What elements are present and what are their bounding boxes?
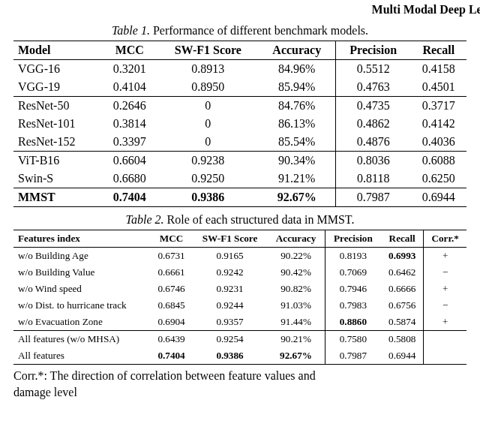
cell: 0.3717: [411, 97, 466, 116]
cell: 91.21%: [259, 170, 336, 188]
cell: 0.6666: [381, 281, 424, 297]
cell: 0.6993: [381, 248, 424, 265]
t1-h-rec: Recall: [411, 41, 466, 60]
cell: w/o Building Value: [14, 264, 150, 281]
table-row: ViT-B16 0.6604 0.9238 90.34% 0.8036 0.60…: [14, 152, 466, 170]
cell: 0.9242: [193, 264, 268, 281]
cell: 92.67%: [259, 188, 336, 207]
cell: 90.34%: [259, 152, 336, 170]
cell: Swin-S: [14, 170, 102, 188]
cell: MMST: [14, 188, 102, 207]
cell: 0.4862: [335, 115, 410, 133]
footnote-line2: damage level: [14, 386, 77, 398]
t1-h-acc: Accuracy: [259, 41, 336, 60]
t1-h-model: Model: [14, 41, 102, 60]
cell: ResNet-152: [14, 133, 102, 152]
table-row: ResNet-101 0.3814 0 86.13% 0.4862 0.4142: [14, 115, 466, 133]
cell: 0.7983: [325, 297, 381, 314]
cell: 0.2646: [102, 97, 158, 116]
cell: w/o Building Age: [14, 248, 150, 265]
t1-h-prec: Precision: [335, 41, 410, 60]
table1-caption: Table 1. Performance of different benchm…: [14, 24, 466, 38]
cell: 0.4763: [335, 78, 410, 97]
running-head: Multi Modal Deep Learning Approach for T…: [261, 3, 480, 17]
table2-final-row: All features 0.7404 0.9386 92.67% 0.7987…: [14, 347, 466, 365]
cell: ViT-B16: [14, 152, 102, 170]
cell: 0: [158, 97, 259, 116]
t2-h-prec: Precision: [325, 230, 381, 248]
cell: 0.6944: [411, 188, 466, 207]
cell: 0.5874: [381, 314, 424, 331]
t1-h-mcc: MCC: [102, 41, 158, 60]
table1-caption-text: Performance of different benchmark model…: [153, 24, 368, 37]
table-row: w/o Wind speed 0.6746 0.9231 90.82% 0.79…: [14, 281, 466, 297]
cell: 0.6746: [150, 281, 192, 297]
cell: 0.6845: [150, 297, 192, 314]
cell: 0.3397: [102, 133, 158, 152]
table-row: w/o Evacuation Zone 0.6904 0.9357 91.44%…: [14, 314, 466, 331]
cell: 90.42%: [267, 264, 325, 281]
table-row: ResNet-152 0.3397 0 85.54% 0.4876 0.4036: [14, 133, 466, 152]
cell: 0.7580: [325, 331, 381, 348]
cell: ResNet-101: [14, 115, 102, 133]
cell: 0.9254: [193, 331, 268, 348]
table2: Features index MCC SW-F1 Score Accuracy …: [14, 230, 466, 365]
cell: 84.96%: [259, 60, 336, 79]
cell: 0.6731: [150, 248, 192, 265]
table1-caption-label: Table 1.: [112, 24, 150, 37]
cell: 0.8950: [158, 78, 259, 97]
cell: All features: [14, 347, 150, 365]
cell: 91.03%: [267, 297, 325, 314]
cell: 0.3201: [102, 60, 158, 79]
t2-h-mcc: MCC: [150, 230, 192, 248]
cell: −: [424, 297, 466, 314]
cell: All features (w/o MHSA): [14, 331, 150, 348]
cell: 0.6904: [150, 314, 192, 331]
cell: 0.7404: [102, 188, 158, 207]
cell: [424, 331, 466, 348]
cell: 0.9165: [193, 248, 268, 265]
cell: 0.7987: [335, 188, 410, 207]
cell: 0.9231: [193, 281, 268, 297]
cell: 0.7946: [325, 281, 381, 297]
cell: +: [424, 281, 466, 297]
cell: 0.4104: [102, 78, 158, 97]
table-row: ResNet-50 0.2646 0 84.76% 0.4735 0.3717: [14, 97, 466, 116]
cell: 0.9238: [158, 152, 259, 170]
cell: 0.4158: [411, 60, 466, 79]
cell: 0.6088: [411, 152, 466, 170]
cell: 0.8036: [335, 152, 410, 170]
cell: 0.9357: [193, 314, 268, 331]
cell: −: [424, 264, 466, 281]
cell: 91.44%: [267, 314, 325, 331]
table2-footnote: Corr.*: The direction of correlation bet…: [14, 368, 466, 400]
cell: 0.9244: [193, 297, 268, 314]
t2-h-corr: Corr.*: [424, 230, 466, 248]
cell: +: [424, 248, 466, 265]
cell: 0.6462: [381, 264, 424, 281]
cell: VGG-16: [14, 60, 102, 79]
cell: 0.8913: [158, 60, 259, 79]
cell: VGG-19: [14, 78, 102, 97]
cell: 0.4036: [411, 133, 466, 152]
t2-h-rec: Recall: [381, 230, 424, 248]
cell: 84.76%: [259, 97, 336, 116]
t1-h-swf1: SW-F1 Score: [158, 41, 259, 60]
cell: 0.4142: [411, 115, 466, 133]
cell: 0.8118: [335, 170, 410, 188]
table-row: w/o Dist. to hurricane track 0.6845 0.92…: [14, 297, 466, 314]
cell: 0: [158, 115, 259, 133]
cell: 0.5808: [381, 331, 424, 348]
cell: 0.3814: [102, 115, 158, 133]
cell: 86.13%: [259, 115, 336, 133]
cell: 0: [158, 133, 259, 152]
cell: 0.5512: [335, 60, 410, 79]
cell: 0.4501: [411, 78, 466, 97]
cell: w/o Dist. to hurricane track: [14, 297, 150, 314]
table2-caption-text: Role of each structured data in MMST.: [167, 213, 355, 226]
table1-header-row: Model MCC SW-F1 Score Accuracy Precision…: [14, 41, 466, 60]
table2-caption-label: Table 2.: [126, 213, 164, 226]
cell: 0.6944: [381, 347, 424, 365]
cell: 0.6439: [150, 331, 192, 348]
cell: 0.9386: [193, 347, 268, 365]
